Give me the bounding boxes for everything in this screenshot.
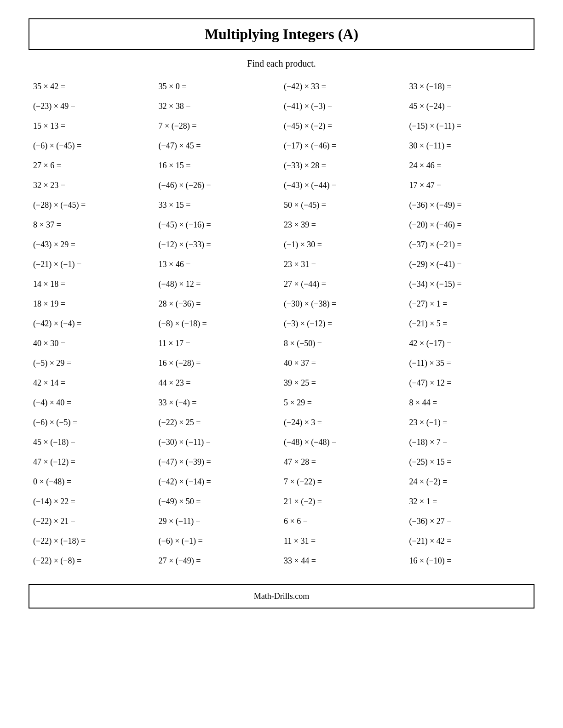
problem-item: 29 × (−11) = (159, 517, 280, 526)
problem-item: 27 × 6 = (33, 161, 154, 171)
problem-item: 8 × 44 = (409, 398, 530, 408)
problem-item: (−33) × 28 = (284, 161, 405, 171)
problem-item: 17 × 47 = (409, 181, 530, 190)
problem-item: (−15) × (−11) = (409, 121, 530, 131)
problem-item: 23 × (−1) = (409, 418, 530, 427)
problem-item: (−22) × (−18) = (33, 536, 154, 546)
problem-item: 30 × (−11) = (409, 141, 530, 151)
problem-item: 23 × 39 = (284, 220, 405, 230)
problem-item: 33 × 44 = (284, 556, 405, 566)
problem-item: 8 × 37 = (33, 220, 154, 230)
problem-item: 0 × (−48) = (33, 477, 154, 487)
problem-item: 7 × (−22) = (284, 477, 405, 487)
problem-item: (−49) × 50 = (159, 497, 280, 506)
problem-item: (−18) × 7 = (409, 438, 530, 447)
problem-item: (−22) × (−8) = (33, 556, 154, 566)
problem-item: (−1) × 30 = (284, 240, 405, 250)
problem-item: (−45) × (−2) = (284, 121, 405, 131)
problem-item: (−34) × (−15) = (409, 279, 530, 289)
problem-item: (−3) × (−12) = (284, 319, 405, 329)
problem-item: 40 × 30 = (33, 339, 154, 348)
problem-item: (−4) × 40 = (33, 398, 154, 408)
problem-item: 16 × (−10) = (409, 556, 530, 566)
problem-item: (−8) × (−18) = (159, 319, 280, 329)
problem-item: 24 × 46 = (409, 161, 530, 171)
problem-item: 45 × (−18) = (33, 438, 154, 447)
problem-item: 33 × 15 = (159, 200, 280, 210)
title-box: Multiplying Integers (A) (29, 18, 534, 50)
problem-item: (−24) × 3 = (284, 418, 405, 427)
problem-item: (−14) × 22 = (33, 497, 154, 506)
problem-item: 16 × (−28) = (159, 358, 280, 368)
problem-item: 32 × 38 = (159, 102, 280, 111)
problem-item: 27 × (−44) = (284, 279, 405, 289)
problem-item: 32 × 1 = (409, 497, 530, 506)
problem-item: (−21) × (−1) = (33, 260, 154, 269)
problem-item: 42 × (−17) = (409, 339, 530, 348)
problem-item: (−36) × (−49) = (409, 200, 530, 210)
problem-item: (−37) × (−21) = (409, 240, 530, 250)
subtitle: Find each product. (29, 58, 534, 69)
problem-item: 8 × (−50) = (284, 339, 405, 348)
problem-item: 5 × 29 = (284, 398, 405, 408)
problem-item: (−28) × (−45) = (33, 200, 154, 210)
problem-item: 7 × (−28) = (159, 121, 280, 131)
problem-item: (−11) × 35 = (409, 358, 530, 368)
problem-item: 47 × 28 = (284, 457, 405, 467)
problem-item: 33 × (−4) = (159, 398, 280, 408)
problem-item: (−22) × 21 = (33, 517, 154, 526)
problem-item: 28 × (−36) = (159, 299, 280, 309)
problem-item: (−47) × 45 = (159, 141, 280, 151)
problem-item: (−27) × 1 = (409, 299, 530, 309)
problem-item: 35 × 42 = (33, 82, 154, 91)
problem-item: 44 × 23 = (159, 378, 280, 388)
problem-item: 16 × 15 = (159, 161, 280, 171)
problem-item: (−17) × (−46) = (284, 141, 405, 151)
problem-item: (−6) × (−45) = (33, 141, 154, 151)
problem-item: (−21) × 5 = (409, 319, 530, 329)
problems-grid: 35 × 42 =35 × 0 =(−42) × 33 =33 × (−18) … (29, 82, 534, 566)
problem-item: 21 × (−2) = (284, 497, 405, 506)
problem-item: 45 × (−24) = (409, 102, 530, 111)
problem-item: 35 × 0 = (159, 82, 280, 91)
problem-item: 23 × 31 = (284, 260, 405, 269)
problem-item: (−23) × 49 = (33, 102, 154, 111)
problem-item: (−12) × (−33) = (159, 240, 280, 250)
problem-item: 42 × 14 = (33, 378, 154, 388)
problem-item: 39 × 25 = (284, 378, 405, 388)
problem-item: (−41) × (−3) = (284, 102, 405, 111)
problem-item: 24 × (−2) = (409, 477, 530, 487)
problem-item: 27 × (−49) = (159, 556, 280, 566)
problem-item: 14 × 18 = (33, 279, 154, 289)
problem-item: (−6) × (−1) = (159, 536, 280, 546)
problem-item: 47 × (−12) = (33, 457, 154, 467)
problem-item: (−29) × (−41) = (409, 260, 530, 269)
footer: Math-Drills.com (29, 584, 534, 609)
problem-item: 6 × 6 = (284, 517, 405, 526)
problem-item: (−20) × (−46) = (409, 220, 530, 230)
problem-item: 32 × 23 = (33, 181, 154, 190)
problem-item: (−47) × 12 = (409, 378, 530, 388)
problem-item: 40 × 37 = (284, 358, 405, 368)
problem-item: 50 × (−45) = (284, 200, 405, 210)
problem-item: (−45) × (−16) = (159, 220, 280, 230)
problem-item: (−42) × 33 = (284, 82, 405, 91)
problem-item: (−42) × (−14) = (159, 477, 280, 487)
problem-item: (−6) × (−5) = (33, 418, 154, 427)
problem-item: (−30) × (−11) = (159, 438, 280, 447)
problem-item: 15 × 13 = (33, 121, 154, 131)
problem-item: (−5) × 29 = (33, 358, 154, 368)
problem-item: 33 × (−18) = (409, 82, 530, 91)
problem-item: (−47) × (−39) = (159, 457, 280, 467)
problem-item: 11 × 17 = (159, 339, 280, 348)
problem-item: (−48) × (−48) = (284, 438, 405, 447)
problem-item: 11 × 31 = (284, 536, 405, 546)
problem-item: (−25) × 15 = (409, 457, 530, 467)
problem-item: (−30) × (−38) = (284, 299, 405, 309)
problem-item: (−48) × 12 = (159, 279, 280, 289)
problem-item: (−42) × (−4) = (33, 319, 154, 329)
problem-item: (−22) × 25 = (159, 418, 280, 427)
problem-item: 13 × 46 = (159, 260, 280, 269)
problem-item: (−43) × 29 = (33, 240, 154, 250)
problem-item: 18 × 19 = (33, 299, 154, 309)
